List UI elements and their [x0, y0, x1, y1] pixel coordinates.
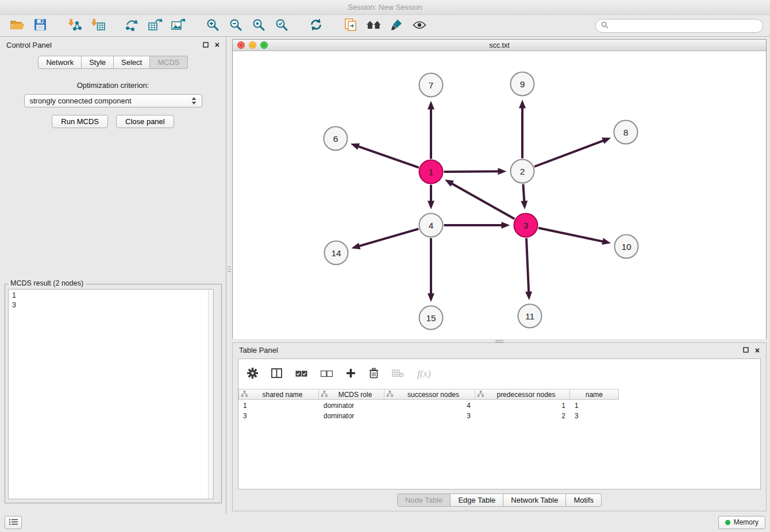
sort-icon[interactable] — [478, 391, 484, 399]
tab-edge-table[interactable]: Edge Table — [451, 494, 503, 507]
open-file-button[interactable] — [6, 17, 29, 34]
graph-node-14[interactable]: 14 — [325, 241, 348, 265]
import-network-button[interactable] — [63, 17, 86, 34]
graph-node-15[interactable]: 15 — [419, 306, 443, 330]
cell-name[interactable]: 3 — [570, 411, 619, 421]
memory-button[interactable]: Memory — [718, 516, 765, 529]
search-input[interactable] — [612, 22, 757, 30]
tab-select[interactable]: Select — [114, 56, 150, 69]
cell-mcds-role[interactable]: dominator — [319, 411, 384, 421]
splitter-grip[interactable] — [228, 267, 231, 272]
style-button[interactable] — [385, 17, 408, 34]
cell-successor-nodes[interactable]: 4 — [384, 401, 475, 410]
visibility-button[interactable] — [408, 17, 431, 34]
scrollbar[interactable] — [208, 290, 213, 499]
column-header-successor-nodes[interactable]: successor nodes — [384, 389, 475, 400]
cell-predecessor-nodes[interactable]: 1 — [475, 401, 570, 410]
maximize-window-icon[interactable]: + — [260, 41, 268, 49]
save-session-button[interactable] — [29, 17, 52, 34]
column-header-shared-name[interactable]: shared name — [238, 389, 319, 400]
show-columns-button[interactable] — [271, 368, 282, 380]
close-panel-button[interactable]: Close panel — [116, 115, 174, 128]
graph-node-3[interactable]: 3 — [514, 214, 538, 237]
column-header-predecessor-nodes[interactable]: predecessor nodes — [475, 389, 570, 400]
graph-node-10[interactable]: 10 — [615, 235, 638, 259]
tab-motifs[interactable]: Motifs — [566, 494, 602, 507]
tab-network[interactable]: Network — [38, 56, 82, 69]
chevron-up-down-icon — [191, 97, 197, 105]
cell-shared-name[interactable]: 1 — [238, 401, 319, 410]
cell-predecessor-nodes[interactable]: 2 — [475, 411, 570, 421]
criterion-select[interactable]: strongly connected component — [24, 94, 202, 107]
zoom-selected-button[interactable] — [270, 17, 293, 34]
graph-edge-1-6[interactable] — [357, 146, 419, 167]
task-history-button[interactable] — [5, 516, 22, 529]
close-panel-icon[interactable]: × — [215, 41, 220, 49]
tab-style[interactable]: Style — [82, 56, 114, 69]
graph-node-9[interactable]: 9 — [511, 72, 534, 96]
save-icon — [34, 18, 47, 33]
tab-network-table[interactable]: Network Table — [503, 494, 566, 507]
add-column-button[interactable] — [346, 368, 356, 380]
delete-column-button[interactable] — [369, 368, 379, 380]
tab-mcds[interactable]: MCDS — [150, 56, 187, 69]
export-table-button[interactable] — [144, 17, 167, 34]
network-graph[interactable]: 7968124314101511 — [233, 52, 766, 339]
home-button[interactable] — [362, 17, 385, 34]
sort-icon[interactable] — [387, 391, 393, 399]
graph-edge-3-10[interactable] — [538, 228, 603, 242]
refresh-view-button[interactable] — [305, 17, 328, 34]
float-panel-icon[interactable] — [203, 41, 209, 49]
graph-node-7[interactable]: 7 — [419, 74, 443, 97]
function-builder-button[interactable]: f(x) — [417, 368, 431, 380]
deselect-all-columns-button[interactable] — [321, 370, 333, 379]
delete-table-button[interactable] — [392, 369, 404, 379]
graph-edge-3-11[interactable] — [526, 238, 529, 293]
export-page-button[interactable] — [339, 17, 362, 34]
table-row[interactable]: 3 dominator 3 2 3 — [238, 411, 760, 421]
graph-node-2[interactable]: 2 — [511, 160, 534, 183]
export-network-button[interactable] — [121, 17, 144, 34]
table-row[interactable]: 1 dominator 4 1 1 — [238, 401, 760, 410]
zoom-in-button[interactable] — [201, 17, 224, 34]
graph-node-11[interactable]: 11 — [518, 304, 542, 328]
cell-name[interactable]: 1 — [570, 401, 619, 410]
graph-edge-3-1[interactable] — [451, 183, 514, 219]
float-panel-icon[interactable] — [743, 346, 749, 354]
graph-node-6[interactable]: 6 — [324, 127, 348, 151]
graph-edge-2-8[interactable] — [534, 140, 604, 167]
graph-edge-2-3[interactable] — [523, 184, 524, 202]
graph-edge-4-14[interactable] — [359, 229, 419, 246]
tab-node-table[interactable]: Node Table — [397, 494, 451, 507]
network-canvas[interactable]: 7968124314101511 — [233, 52, 766, 339]
cell-mcds-role[interactable]: dominator — [319, 401, 384, 410]
column-header-mcds-role[interactable]: MCDS role — [319, 389, 384, 400]
graph-node-8[interactable]: 8 — [614, 121, 638, 144]
svg-text:6: 6 — [333, 134, 338, 144]
table-toolbar: f(x) — [238, 359, 760, 389]
graph-edge-1-2[interactable] — [444, 171, 499, 172]
window-title: Session: New Session — [348, 3, 422, 11]
sort-icon[interactable] — [321, 391, 328, 399]
sort-icon[interactable] — [241, 391, 248, 399]
graph-node-1[interactable]: 1 — [419, 160, 443, 184]
mcds-result-list[interactable]: 1 3 — [8, 289, 214, 499]
import-table-button[interactable] — [86, 17, 109, 34]
table-settings-button[interactable] — [247, 368, 258, 380]
close-window-icon[interactable]: × — [237, 41, 245, 49]
minimize-window-icon[interactable]: − — [249, 41, 256, 49]
cell-successor-nodes[interactable]: 3 — [384, 411, 475, 421]
graph-node-4[interactable]: 4 — [419, 214, 443, 237]
search-box[interactable] — [595, 19, 763, 33]
column-header-name[interactable]: name — [570, 389, 619, 400]
export-image-button[interactable] — [167, 17, 190, 34]
svg-text:11: 11 — [525, 311, 534, 321]
close-panel-icon[interactable]: × — [755, 346, 760, 354]
vertical-splitter[interactable] — [227, 37, 232, 514]
select-all-columns-button[interactable] — [295, 370, 307, 379]
run-mcds-button[interactable]: Run MCDS — [52, 115, 108, 128]
network-window-titlebar[interactable]: × − + scc.txt — [233, 40, 766, 51]
cell-shared-name[interactable]: 3 — [238, 411, 319, 421]
zoom-fit-button[interactable] — [247, 17, 270, 34]
zoom-out-button[interactable] — [224, 17, 247, 34]
